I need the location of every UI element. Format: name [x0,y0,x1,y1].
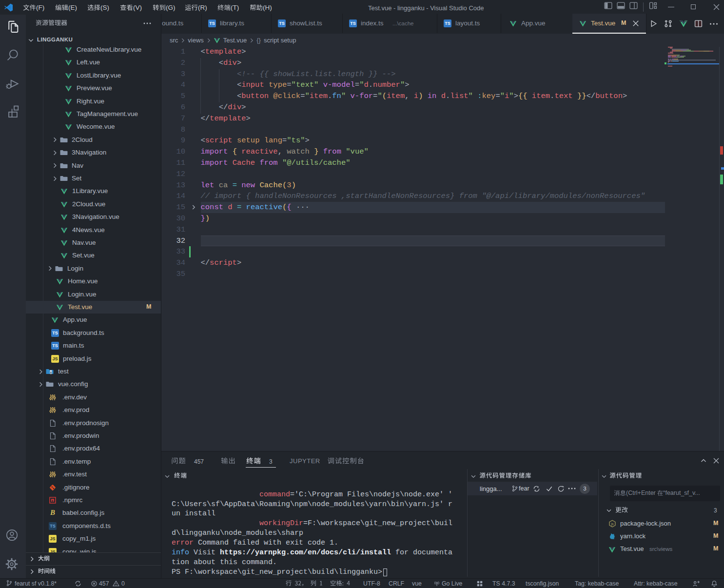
svg-text:js: js [610,522,614,526]
